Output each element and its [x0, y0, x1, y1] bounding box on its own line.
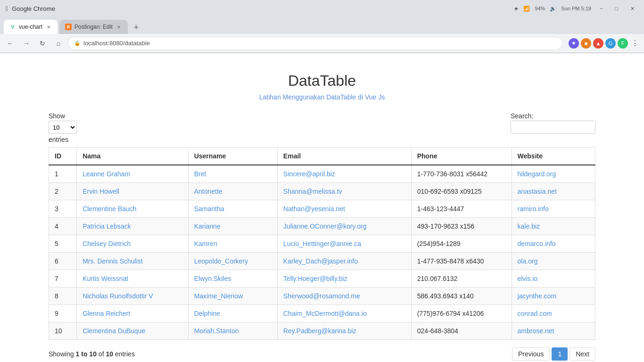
forward-button[interactable]: → — [20, 37, 33, 50]
link-nama[interactable]: Mrs. Dennis Schulist — [83, 257, 143, 265]
cell-website[interactable]: conrad.com — [512, 305, 595, 322]
cell-website[interactable]: elvis.io — [512, 270, 595, 288]
link-nama[interactable]: Kurtis Weissnat — [83, 275, 128, 282]
cell-nama[interactable]: Clementine Bauch — [77, 200, 189, 218]
link-email[interactable]: Telly.Hoeger@billy.biz — [283, 275, 347, 282]
link-website[interactable]: elvis.io — [518, 275, 538, 282]
cell-website[interactable]: anastasia.net — [512, 183, 595, 200]
link-email[interactable]: Chaim_McDermott@dana.io — [283, 310, 367, 317]
cell-email[interactable]: Lucio_Hettinger@annie.ca — [277, 235, 411, 253]
next-button[interactable]: Next — [570, 347, 595, 361]
link-nama[interactable]: Patricia Lebsack — [83, 222, 131, 230]
cell-email[interactable]: Shanna@melissa.tv — [277, 183, 411, 200]
cell-nama[interactable]: Nicholas Runolfsdottir V — [77, 288, 189, 305]
ext-icon-4[interactable]: G — [605, 38, 616, 49]
link-nama[interactable]: Clementine Bauch — [83, 205, 136, 213]
link-username[interactable]: Kamren — [194, 240, 217, 247]
link-website[interactable]: jacynthe.com — [518, 292, 556, 300]
link-website[interactable]: kale.biz — [518, 222, 540, 230]
cell-username[interactable]: Elwyn.Skiles — [188, 270, 277, 288]
show-entries-select[interactable]: 10 25 50 100 — [49, 121, 77, 134]
cell-username[interactable]: Leopoldo_Corkery — [188, 253, 277, 270]
link-email[interactable]: Julianne.OConner@kory.org — [283, 222, 367, 230]
cell-nama[interactable]: Kurtis Weissnat — [77, 270, 189, 288]
cell-email[interactable]: Nathan@yesenia.net — [277, 200, 411, 218]
cell-email[interactable]: Rey.Padberg@karina.biz — [277, 322, 411, 340]
reload-button[interactable]: ↻ — [36, 37, 49, 50]
link-username[interactable]: Samantha — [194, 205, 224, 213]
link-website[interactable]: conrad.com — [518, 310, 552, 317]
cell-website[interactable]: demarco.info — [512, 235, 595, 253]
link-username[interactable]: Antonette — [194, 188, 223, 195]
cell-website[interactable]: hildegard.org — [512, 165, 595, 183]
cell-website[interactable]: kale.biz — [512, 218, 595, 235]
link-username[interactable]: Bret — [194, 170, 206, 178]
link-website[interactable]: anastasia.net — [518, 188, 557, 195]
link-username[interactable]: Moriah.Stanton — [194, 327, 239, 335]
link-username[interactable]: Elwyn.Skiles — [194, 275, 231, 282]
cell-nama[interactable]: Glenna Reichert — [77, 305, 189, 322]
cell-email[interactable]: Karley_Dach@jasper.info — [277, 253, 411, 270]
window-close-button[interactable]: ✕ — [627, 5, 638, 13]
cell-email[interactable]: Telly.Hoeger@billy.biz — [277, 270, 411, 288]
link-email[interactable]: Nathan@yesenia.net — [283, 205, 345, 213]
search-input[interactable] — [511, 121, 595, 134]
link-email[interactable]: Rey.Padberg@karina.biz — [283, 327, 356, 335]
cell-email[interactable]: Julianne.OConner@kory.org — [277, 218, 411, 235]
tab-vue-chart-close[interactable]: ✕ — [45, 24, 52, 30]
tab-postingan-edit[interactable]: B Postingan: Edit ✕ — [59, 20, 128, 34]
cell-username[interactable]: Delphine — [188, 305, 277, 322]
back-button[interactable]: ← — [4, 37, 17, 50]
ext-icon-2[interactable]: ■ — [581, 38, 591, 49]
cell-website[interactable]: ambrose.net — [512, 322, 595, 340]
ext-icon-1[interactable]: ★ — [569, 38, 579, 49]
address-bar[interactable]: 🔒 localhost:8080/datatable — [68, 37, 563, 50]
link-nama[interactable]: Leanne Graham — [83, 170, 130, 178]
cell-nama[interactable]: Clementina DuBuque — [77, 322, 189, 340]
tab-vue-chart[interactable]: V vue-chart ✕ — [4, 20, 58, 34]
cell-nama[interactable]: Leanne Graham — [77, 165, 189, 183]
link-website[interactable]: demarco.info — [518, 240, 556, 247]
cell-nama[interactable]: Patricia Lebsack — [77, 218, 189, 235]
link-website[interactable]: ambrose.net — [518, 327, 554, 335]
cell-website[interactable]: ramiro.info — [512, 200, 595, 218]
link-username[interactable]: Delphine — [194, 310, 220, 317]
link-nama[interactable]: Ervin Howell — [83, 188, 119, 195]
cell-username[interactable]: Kamren — [188, 235, 277, 253]
link-nama[interactable]: Nicholas Runolfsdottir V — [83, 292, 153, 300]
cell-username[interactable]: Moriah.Stanton — [188, 322, 277, 340]
cell-username[interactable]: Maxime_Nienow — [188, 288, 277, 305]
link-email[interactable]: Karley_Dach@jasper.info — [283, 257, 358, 265]
new-tab-button[interactable]: + — [130, 21, 143, 34]
link-email[interactable]: Sherwood@rosamond.me — [283, 292, 360, 300]
cell-nama[interactable]: Ervin Howell — [77, 183, 189, 200]
window-minimize-button[interactable]: − — [596, 5, 606, 12]
cell-website[interactable]: jacynthe.com — [512, 288, 595, 305]
link-nama[interactable]: Clementina DuBuque — [83, 327, 145, 335]
cell-username[interactable]: Samantha — [188, 200, 277, 218]
settings-icon[interactable]: ⋮ — [630, 38, 640, 49]
link-nama[interactable]: Chelsey Dietrich — [83, 240, 131, 247]
cell-email[interactable]: Chaim_McDermott@dana.io — [277, 305, 411, 322]
tab-postingan-close[interactable]: ✕ — [116, 24, 122, 30]
cell-nama[interactable]: Mrs. Dennis Schulist — [77, 253, 189, 270]
link-email[interactable]: Lucio_Hettinger@annie.ca — [283, 240, 361, 247]
link-username[interactable]: Leopoldo_Corkery — [194, 257, 248, 265]
cell-email[interactable]: Sherwood@rosamond.me — [277, 288, 411, 305]
page-1-button[interactable]: 1 — [552, 347, 568, 361]
link-email[interactable]: Sincere@april.biz — [283, 170, 335, 178]
cell-username[interactable]: Bret — [188, 165, 277, 183]
link-username[interactable]: Karianne — [194, 222, 221, 230]
cell-email[interactable]: Sincere@april.biz — [277, 165, 411, 183]
window-maximize-button[interactable]: □ — [611, 5, 622, 12]
link-website[interactable]: ramiro.info — [518, 205, 549, 213]
link-website[interactable]: ola.org — [518, 257, 538, 265]
link-website[interactable]: hildegard.org — [518, 170, 556, 178]
ext-icon-5[interactable]: F — [618, 38, 628, 49]
cell-username[interactable]: Karianne — [188, 218, 277, 235]
cell-nama[interactable]: Chelsey Dietrich — [77, 235, 189, 253]
ext-icon-3[interactable]: ▲ — [593, 38, 603, 49]
link-email[interactable]: Shanna@melissa.tv — [283, 188, 342, 195]
home-button[interactable]: ⌂ — [52, 37, 65, 50]
cell-website[interactable]: ola.org — [512, 253, 595, 270]
